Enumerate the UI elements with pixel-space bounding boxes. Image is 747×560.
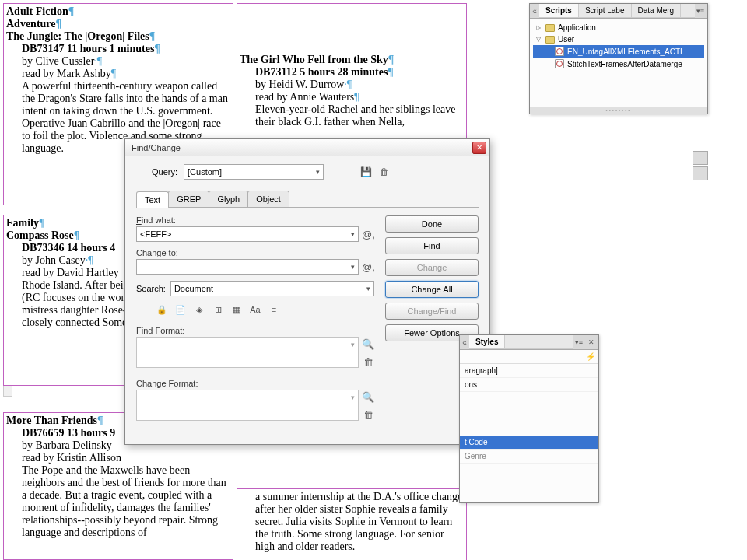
collapsed-panel-tab[interactable] (693, 166, 708, 180)
book-meta: DB73112 5 hours 28 minutes (255, 66, 388, 78)
style-item[interactable]: ons (460, 378, 598, 392)
find-format-label: Find Format: (136, 326, 374, 335)
style-item-selected[interactable]: t Code (460, 436, 598, 450)
flash-icon[interactable]: ⚡ (586, 352, 595, 361)
book-body: Eleven-year-old Rachel and her siblings … (255, 103, 455, 128)
tab-glyph[interactable]: Glyph (209, 191, 248, 207)
book-meta: DB76659 13 hours 9 (22, 427, 115, 439)
clear-format-icon[interactable]: 🗑 (362, 409, 374, 421)
collapsed-panel-tab[interactable] (693, 151, 708, 165)
tree-folder-application[interactable]: ▷ Application (533, 22, 704, 33)
done-button[interactable]: Done (385, 215, 479, 233)
pilcrow-icon: ·¶ (86, 254, 93, 266)
find-button[interactable]: Find (385, 237, 479, 254)
book-body: The Pope and the Maxwells have been neig… (22, 464, 226, 538)
search-label: Search: (136, 284, 166, 293)
expand-icon[interactable]: ▷ (536, 24, 542, 31)
panel-menu-icon[interactable]: ▾≡ (573, 338, 584, 347)
panel-grip[interactable]: •••••••• (530, 107, 707, 114)
delete-query-icon[interactable]: 🗑 (378, 166, 391, 178)
text-frame-5[interactable]: a summer internship at the D.A.'s office… (237, 488, 467, 560)
find-change-dialog: Find/Change ✕ Query: [Custom] 💾 🗑 Text G… (124, 138, 490, 445)
change-format-label: Change Format: (136, 379, 374, 388)
collapsed-panel-dock (693, 151, 708, 229)
folder-icon (545, 36, 555, 44)
heading-genre: Adult Fiction (6, 5, 68, 17)
pilcrow-icon: ¶ (74, 229, 80, 241)
query-label: Query: (152, 167, 177, 177)
tab-styles[interactable]: Styles (469, 335, 505, 348)
scripts-panel: « Scripts Script Labe Data Merg ▾≡ ▷ App… (529, 3, 708, 114)
specify-format-icon[interactable]: 🔍 (362, 338, 374, 350)
close-icon[interactable]: ✕ (472, 142, 486, 154)
tree-folder-user[interactable]: ▽ User (533, 33, 704, 45)
book-reader: read by Kristin Allison (22, 452, 121, 464)
search-scope-dropdown[interactable]: Document (170, 281, 374, 296)
book-author: by Barbara Delinsky (22, 439, 112, 451)
tab-data-merge[interactable]: Data Merg (632, 4, 682, 17)
dialog-titlebar[interactable]: Find/Change ✕ (125, 139, 489, 156)
save-query-icon[interactable]: 💾 (359, 166, 372, 178)
book-body: a summer internship at the D.A.'s office… (255, 491, 462, 552)
tab-object[interactable]: Object (247, 191, 289, 207)
book-reader: read by Annie Wauters (255, 91, 354, 103)
style-item[interactable]: aragraph] (460, 364, 598, 378)
change-to-input[interactable] (136, 259, 359, 275)
book-reader: read by Mark Ashby (22, 68, 111, 79)
find-what-label: Find what: (136, 215, 374, 225)
heading-sub: Family (6, 217, 39, 229)
pilcrow-icon: ¶ (97, 415, 103, 426)
collapse-icon[interactable]: « (530, 7, 539, 16)
pilcrow-icon: ¶ (149, 30, 156, 42)
script-icon (555, 47, 564, 56)
master-pages-icon[interactable]: ⊞ (211, 303, 225, 317)
folder-icon (545, 24, 555, 32)
style-item[interactable]: Genre (460, 450, 598, 464)
panel-menu-icon[interactable]: ▾≡ (695, 6, 706, 16)
change-button[interactable]: Change (385, 259, 479, 276)
tab-text[interactable]: Text (136, 191, 169, 208)
book-author: by John Casey (22, 254, 86, 266)
script-item-untag[interactable]: EN_UntagAllXMLElements_ACTI (533, 45, 704, 58)
locked-stories-icon[interactable]: 📄 (174, 303, 188, 317)
pilcrow-icon: ¶ (111, 68, 116, 79)
pilcrow-icon: ¶ (68, 5, 75, 17)
special-chars-icon[interactable]: @, (362, 261, 374, 273)
special-chars-icon[interactable]: @, (362, 229, 374, 240)
locked-layers-icon[interactable]: 🔒 (155, 303, 169, 317)
tab-script-label[interactable]: Script Labe (579, 4, 632, 17)
pilcrow-icon: ·¶ (94, 55, 102, 67)
script-item-stitch[interactable]: StitchTextFramesAfterDatamerge (533, 58, 704, 70)
find-what-input[interactable]: <FEFF> (136, 226, 359, 242)
tab-grep[interactable]: GREP (168, 191, 209, 207)
pilcrow-icon: ¶ (56, 18, 62, 30)
collapse-icon[interactable]: ▽ (536, 36, 542, 43)
specify-format-icon[interactable]: 🔍 (362, 391, 374, 403)
pilcrow-icon: ¶ (154, 43, 160, 54)
book-meta: DB73346 14 hours 4 (22, 242, 115, 254)
book-author: by Clive Cussler (22, 55, 94, 67)
change-all-button[interactable]: Change All (385, 281, 479, 298)
book-title: The Jungle: The |Oregon| Files (6, 30, 149, 42)
case-sensitive-icon[interactable]: Aa (248, 303, 262, 317)
collapse-icon[interactable]: « (460, 338, 469, 347)
find-format-box[interactable] (136, 337, 359, 368)
change-find-button[interactable]: Change/Find (385, 303, 479, 320)
book-title: Compass Rose (6, 229, 74, 241)
hidden-layers-icon[interactable]: ◈ (192, 303, 206, 317)
dialog-title: Find/Change (128, 143, 472, 152)
book-title: The Girl Who Fell from the Sky (240, 54, 388, 65)
pilcrow-icon: ¶ (354, 91, 359, 103)
pilcrow-icon: ·¶ (344, 79, 352, 90)
pilcrow-icon: ¶ (388, 66, 394, 78)
tab-scripts[interactable]: Scripts (539, 4, 579, 17)
pilcrow-icon: ¶ (39, 217, 45, 229)
panel-close-icon[interactable]: ✕ (586, 338, 597, 347)
whole-word-icon[interactable]: ≡ (267, 303, 281, 317)
footnotes-icon[interactable]: ▦ (230, 303, 244, 317)
clear-format-icon[interactable]: 🗑 (362, 356, 374, 368)
query-dropdown[interactable]: [Custom] (184, 164, 324, 180)
paragraph-styles-panel: « Styles ▾≡ ✕ ⚡ aragraph] ons t Code Gen… (459, 334, 599, 503)
mode-tabs: Text GREP Glyph Object (136, 191, 479, 208)
change-format-box[interactable] (136, 390, 359, 421)
